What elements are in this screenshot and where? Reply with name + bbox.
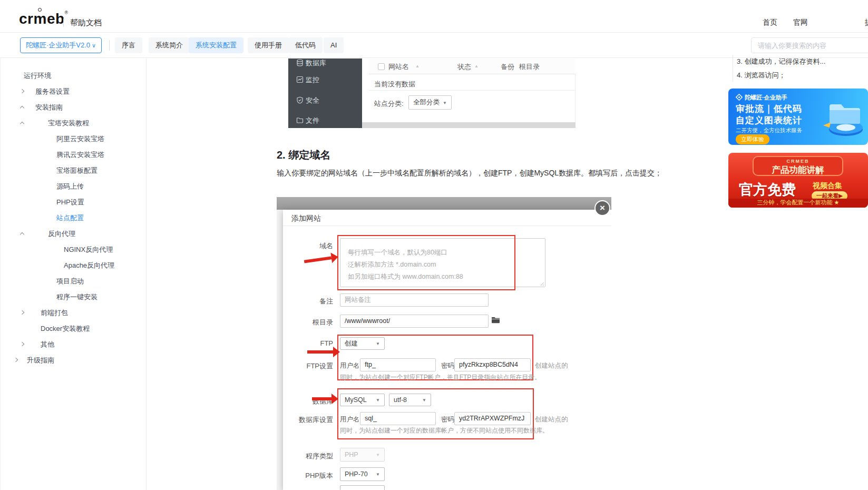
tab-bar: 陀螺匠·企业助手V2.0∨ 序言 系统简介 系统安装配置 使用手册 低代码 AI [0, 33, 868, 58]
site-table-header: 网站名 ▲ 状态 ▲ 备份 根目录 [369, 58, 576, 74]
screenshot-baota-site-list[interactable]: 数据库 监控 安全 文件 网站名 ▲ 状态 ▲ 备份 根目录 当前没有数据 站点… [277, 58, 576, 128]
chevron-up-icon [20, 122, 24, 126]
tab-system-intro[interactable]: 系统简介 [149, 37, 190, 53]
program-type-value: PHP [345, 451, 358, 458]
ad-banner-tuoluo[interactable]: 陀螺匠·企业助手 审批流｜低代码 自定义图表统计 二开方便，全方位技术服务 立即… [728, 89, 868, 145]
sidebar-item-label: 腾讯云安装宝塔 [56, 151, 104, 159]
product-version-dropdown[interactable]: 陀螺匠·企业助手V2.0∨ [20, 37, 102, 53]
program-type-select: PHP▼ [340, 448, 385, 462]
search-input[interactable] [751, 37, 868, 53]
sidebar-item-label: Docker安装教程 [41, 325, 90, 332]
domain-highlight-box [337, 235, 515, 290]
sidebar: 运行环境 服务器设置 安装指南 宝塔安装教程 阿里云安装宝塔 腾讯云安装宝塔 宝… [0, 58, 147, 490]
sidebar-item-server-settings[interactable]: 服务器设置 [1, 84, 146, 100]
crmeb-logo[interactable]: crmeb® [19, 10, 69, 27]
sidebar-item-install-guide[interactable]: 安装指南 [1, 100, 146, 115]
registered-mark-icon: ® [65, 10, 69, 15]
sidebar-item-site-config[interactable]: 站点配置 [1, 210, 146, 226]
toc-item-create-success[interactable]: 3. 创建成功，记得保存资料... [737, 55, 825, 68]
sidebar-item-tencent-baota[interactable]: 腾讯云安装宝塔 [1, 147, 146, 163]
sidebar-item-label: 阿里云安装宝塔 [56, 135, 104, 143]
sidebar-item-baota-tutorial[interactable]: 宝塔安装教程 [1, 115, 146, 131]
sidebar-item-one-click-install[interactable]: 程序一键安装 [1, 289, 146, 305]
banner-title-line1: 审批流｜低代码 [736, 103, 802, 115]
banner-title-line2: 自定义图表统计 [736, 114, 802, 126]
nav-item-official-site[interactable]: 官网 [793, 18, 808, 27]
tab-ai[interactable]: AI [324, 37, 344, 53]
tab-install-config[interactable]: 系统安装配置 [189, 37, 243, 53]
sidebar-item-label: Apache反向代理 [64, 261, 114, 269]
sidebar-item-docker-tutorial[interactable]: Docker安装教程 [1, 321, 146, 337]
db-note: 同时，为站点创建一个对应的数据库帐户，方便不同站点使用不同数据库。 [340, 426, 549, 435]
app-header: crmeb® 帮助文档 首页 官网 提交工单 [0, 4, 868, 33]
dialog-title: 添加网站 [291, 214, 321, 223]
tab-user-manual[interactable]: 使用手册 [248, 37, 289, 53]
annotation-arrow-icon [307, 350, 333, 354]
chevron-up-icon [20, 106, 24, 110]
db-username-label: 用户名 [340, 415, 360, 424]
select-arrow-icon: ▼ [376, 449, 380, 462]
site-category-filter-label: 站点分类: [374, 99, 404, 109]
banner-subtitle: 二开方便，全方位技术服务 [736, 127, 802, 134]
star-icon: ★ [834, 199, 840, 205]
sort-asc-icon: ▲ [474, 64, 479, 68]
sidebar-item-label: 升级指南 [27, 356, 54, 364]
sidebar-item-frontend-build[interactable]: 前端打包 [1, 305, 146, 321]
rootdir-input: /www/wwwroot/ [340, 315, 489, 328]
panel-menu-item-files: 文件 [288, 110, 362, 128]
logo-text-2: eb [47, 11, 65, 27]
nav-item-ticket[interactable]: 提交工单 [865, 18, 868, 27]
sidebar-item-apache-proxy[interactable]: Apache反向代理 [1, 258, 146, 273]
close-icon: × [594, 200, 610, 216]
db-side-note: 创建站点的 [535, 415, 568, 424]
chevron-right-icon [20, 89, 24, 93]
banner-footer-label: 三分钟，学会配置一个新功能 [757, 199, 833, 205]
sidebar-item-php-settings[interactable]: PHP设置 [1, 194, 146, 210]
banner-sub-headline: 视频合集 [813, 181, 842, 191]
partial-select [340, 485, 385, 490]
sidebar-item-label: 前端打包 [41, 309, 68, 317]
panel-menu-label: 安全 [306, 96, 319, 104]
sidebar-item-project-start[interactable]: 项目启动 [1, 273, 146, 289]
screenshot-add-site-dialog[interactable]: 添加网站 域名 每行填写一个域名，默认为80端口 泛解析添加方法 *.domai… [277, 185, 611, 490]
banner-headline: 官方免费 [739, 180, 796, 199]
select-arrow-icon: ▼ [376, 468, 380, 481]
sidebar-item-runtime-env[interactable]: 运行环境 [1, 68, 146, 84]
folder-illustration [817, 97, 867, 139]
annotation-arrow-icon [304, 256, 331, 263]
row-divider [369, 90, 576, 91]
folder-icon [491, 316, 500, 324]
sidebar-item-baota-panel-config[interactable]: 宝塔面板配置 [1, 163, 146, 179]
chevron-down-icon: ∨ [92, 42, 96, 48]
tab-lowcode[interactable]: 低代码 [288, 37, 323, 53]
category-select-value: 全部分类 [413, 99, 440, 106]
empty-row: 当前没有数据 [374, 80, 415, 89]
chevron-up-icon [20, 232, 24, 237]
sidebar-item-source-upload[interactable]: 源码上传 [1, 179, 146, 194]
sidebar-item-label: 宝塔安装教程 [48, 119, 89, 127]
sidebar-item-label: 其他 [41, 340, 54, 348]
cta-button-try[interactable]: 立即体验 [736, 134, 769, 144]
remark-label: 备注 [283, 297, 333, 306]
sidebar-item-nginx-proxy[interactable]: NGINX反向代理 [1, 242, 146, 258]
dialog-backdrop-band [277, 197, 611, 210]
sidebar-item-upgrade-guide[interactable]: 升级指南 [1, 352, 146, 368]
panel-menu-label: 监控 [306, 76, 319, 84]
ad-banner-crmeb[interactable]: CRMEB 产品功能讲解 官方免费 视频合集 一起来看▶ 三分钟，学会配置一个新… [728, 153, 868, 208]
logo-text: cr [19, 11, 33, 27]
monitor-icon [296, 76, 304, 83]
sidebar-item-aliyun-baota[interactable]: 阿里云安装宝塔 [1, 131, 146, 147]
ftp-username-label: 用户名 [340, 361, 360, 370]
rootdir-label: 根目录 [283, 318, 333, 327]
screenshot-bottom-strip [362, 122, 576, 128]
toc: 3. 创建成功，记得保存资料... 4. 浏览器访问； [733, 55, 825, 82]
sidebar-item-others[interactable]: 其他 [1, 337, 146, 352]
toc-item-browser-visit[interactable]: 4. 浏览器访问； [737, 68, 825, 82]
sidebar-item-label: 安装指南 [35, 103, 63, 111]
chevron-right-icon [20, 342, 24, 346]
tab-preface[interactable]: 序言 [115, 37, 142, 53]
annotation-arrow-icon [312, 397, 331, 400]
sidebar-item-reverse-proxy[interactable]: 反向代理 [1, 226, 146, 242]
sidebar-item-label: PHP设置 [56, 198, 84, 206]
nav-item-home[interactable]: 首页 [763, 18, 777, 27]
